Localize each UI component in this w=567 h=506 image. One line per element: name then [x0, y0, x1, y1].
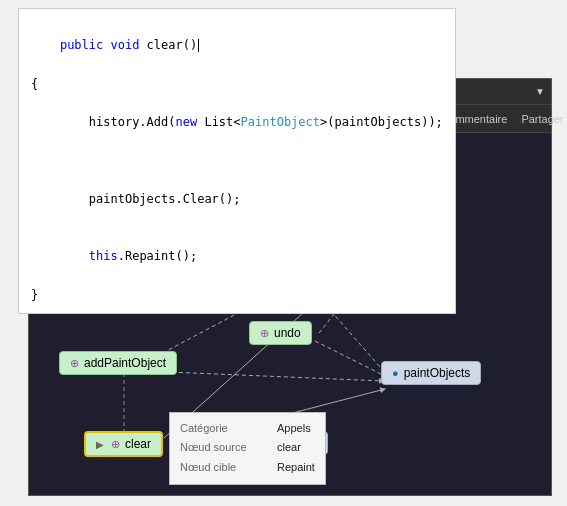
- code-line-6: }: [31, 286, 443, 305]
- cursor: [198, 39, 199, 52]
- code-token-add: Add(: [147, 115, 176, 129]
- tooltip-row-target: Nœud cible Repaint: [180, 458, 315, 478]
- tooltip-source-label: Nœud source: [180, 438, 265, 458]
- code-line-4: paintObjects.Clear();: [31, 171, 443, 229]
- keyword-void: void: [110, 38, 146, 52]
- code-line-2: {: [31, 75, 443, 94]
- node-addpaintobject[interactable]: ⊕ addPaintObject: [59, 351, 177, 375]
- svg-line-7: [144, 371, 384, 381]
- titlebar-dropdown-arrow[interactable]: ▼: [535, 86, 545, 97]
- code-token-paintobject: PaintObject: [241, 115, 320, 129]
- node-paintobjects-icon: ●: [392, 367, 399, 379]
- share-button[interactable]: Partager ▼: [516, 111, 567, 127]
- svg-line-5: [315, 341, 387, 377]
- node-addpaintobject-icon: ⊕: [70, 357, 79, 370]
- node-addpaintobject-label: addPaintObject: [84, 356, 166, 370]
- node-clear-expand-icon: ▶: [96, 439, 104, 450]
- tooltip-target-label: Nœud cible: [180, 458, 265, 478]
- node-clear[interactable]: ▶ ⊕ clear: [84, 431, 163, 457]
- code-token-this: this: [89, 249, 118, 263]
- code-token-new: new: [176, 115, 205, 129]
- code-line-1: public void clear(): [31, 17, 443, 75]
- tooltip-target-value: Repaint: [277, 458, 315, 478]
- tooltip-row-category: Catégorie Appels: [180, 419, 315, 439]
- code-token-list: List<: [204, 115, 240, 129]
- node-clear-label: clear: [125, 437, 151, 451]
- node-undo[interactable]: ⊕ undo: [249, 321, 312, 345]
- node-paintobjects-label: paintObjects: [404, 366, 471, 380]
- tooltip-row-source: Nœud source clear: [180, 438, 315, 458]
- code-token-paintobjects: paintObjects.Clear();: [89, 192, 241, 206]
- tooltip-cat-label: Catégorie: [180, 419, 265, 439]
- tooltip-box: Catégorie Appels Nœud source clear Nœud …: [169, 412, 326, 485]
- share-label: Partager: [521, 113, 563, 125]
- method-name: clear(): [147, 38, 198, 52]
- code-line-3: history.Add(new List<PaintObject>(paintO…: [31, 94, 443, 171]
- code-line-5: this.Repaint();: [31, 228, 443, 286]
- code-token-repaint: .Repaint();: [118, 249, 197, 263]
- tooltip-cat-value: Appels: [277, 419, 311, 439]
- keyword-public: public: [60, 38, 111, 52]
- node-clear-icon: ⊕: [111, 438, 120, 451]
- code-token-history: history.: [89, 115, 147, 129]
- node-undo-label: undo: [274, 326, 301, 340]
- node-paintobjects[interactable]: ● paintObjects: [381, 361, 481, 385]
- tooltip-source-value: clear: [277, 438, 301, 458]
- code-popup: public void clear() { history.Add(new Li…: [18, 8, 456, 314]
- node-undo-icon: ⊕: [260, 327, 269, 340]
